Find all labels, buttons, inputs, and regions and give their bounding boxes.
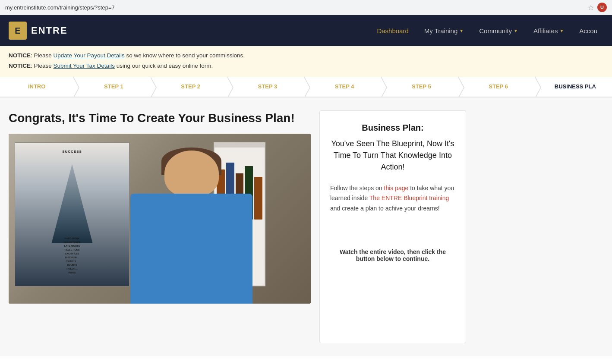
notice-2: NOTICE: Please Submit Your Tax Details u… xyxy=(9,61,603,71)
step-2[interactable]: STEP 2 xyxy=(151,76,227,97)
nav-link-community[interactable]: Community ▼ xyxy=(473,24,524,38)
step-arrow-inner xyxy=(457,76,464,97)
video-person xyxy=(123,151,259,303)
sidebar-title: Business Plan: xyxy=(330,123,455,133)
logo[interactable]: E ENTRE xyxy=(9,22,68,40)
iceberg-graphic xyxy=(38,164,106,243)
shelf-top xyxy=(215,143,265,147)
step-1[interactable]: STEP 1 xyxy=(73,76,150,97)
step-4[interactable]: STEP 4 xyxy=(304,76,381,97)
step-3[interactable]: STEP 3 xyxy=(227,76,304,97)
success-poster: SUCCESS HARD WORKPERSISTENCELATE NIGHTSR… xyxy=(15,142,129,287)
step-arrow-inner xyxy=(227,76,233,97)
this-page-link[interactable]: this page xyxy=(384,185,409,191)
nav-link-dashboard[interactable]: Dashboard xyxy=(371,24,414,38)
person-head xyxy=(164,151,219,196)
step-arrow-inner xyxy=(150,76,156,97)
chevron-down-icon: ▼ xyxy=(559,28,564,33)
poster-words: HARD WORKPERSISTENCELATE NIGHTSREJECTION… xyxy=(64,237,81,275)
navbar: E ENTRE Dashboard My Training ▼ Communit… xyxy=(0,15,612,46)
content-left: Congrats, It's Time To Create Your Busin… xyxy=(9,110,311,343)
video-container[interactable]: SUCCESS HARD WORKPERSISTENCELATE NIGHTSR… xyxy=(9,134,311,304)
chevron-down-icon: ▼ xyxy=(459,28,464,33)
notice-bar: NOTICE: Please Update Your Payout Detail… xyxy=(0,46,612,76)
sidebar-subtitle: You've Seen The Blueprint, Now It's Time… xyxy=(330,138,455,173)
step-arrow-inner xyxy=(303,76,309,97)
notice-1: NOTICE: Please Update Your Payout Detail… xyxy=(9,50,603,61)
step-arrow-inner xyxy=(73,76,79,97)
step-intro[interactable]: INTRO xyxy=(0,76,73,97)
step-business-plan[interactable]: BUSINESS PLA xyxy=(535,76,612,97)
step-arrow-inner xyxy=(380,76,386,97)
chevron-down-icon: ▼ xyxy=(514,28,518,33)
sidebar: Business Plan: You've Seen The Blueprint… xyxy=(319,110,466,343)
payout-details-link[interactable]: Update Your Payout Details xyxy=(54,52,125,59)
main-content: Congrats, It's Time To Create Your Busin… xyxy=(0,97,612,356)
avatar[interactable]: U xyxy=(597,3,607,12)
logo-shield: E xyxy=(9,22,27,40)
step-6[interactable]: STEP 6 xyxy=(458,76,535,97)
sidebar-footer: Watch the entire video, then click the b… xyxy=(330,248,455,262)
url-bar[interactable]: my.entreinstitute.com/training/steps/?st… xyxy=(5,4,584,11)
page-title: Congrats, It's Time To Create Your Busin… xyxy=(9,110,311,126)
nav-links: Dashboard My Training ▼ Community ▼ Affi… xyxy=(371,24,603,38)
blueprint-highlight: The ENTRE Blueprint training xyxy=(369,195,449,201)
poster-heading: SUCCESS xyxy=(62,150,82,154)
sidebar-description: Follow the steps on this page to take wh… xyxy=(330,183,455,214)
logo-text: ENTRE xyxy=(31,25,68,36)
step-arrow-inner xyxy=(534,76,540,97)
nav-link-affiliates[interactable]: Affiliates ▼ xyxy=(527,24,570,38)
video-placeholder: SUCCESS HARD WORKPERSISTENCELATE NIGHTSR… xyxy=(9,134,311,304)
person-body xyxy=(130,194,253,304)
nav-link-account[interactable]: Accou xyxy=(573,24,603,38)
steps-bar: INTRO STEP 1 STEP 2 STEP 3 STEP 4 STEP 5… xyxy=(0,76,612,97)
browser-bar: my.entreinstitute.com/training/steps/?st… xyxy=(0,0,612,15)
star-icon[interactable]: ☆ xyxy=(588,3,594,12)
step-5[interactable]: STEP 5 xyxy=(381,76,458,97)
nav-link-my-training[interactable]: My Training ▼ xyxy=(418,24,470,38)
tax-details-link[interactable]: Submit Your Tax Details xyxy=(54,63,115,69)
